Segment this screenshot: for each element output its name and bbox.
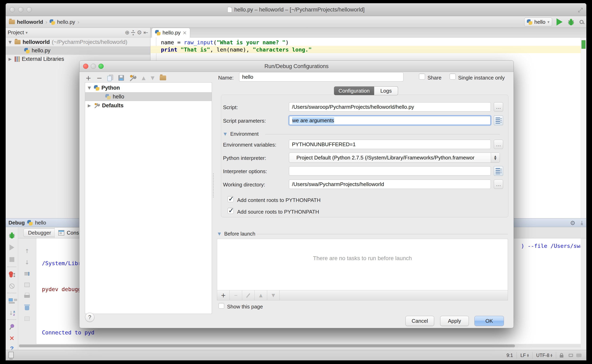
single-instance-checkbox[interactable]: [450, 73, 456, 79]
triangle-down-icon[interactable]: ▼: [87, 85, 92, 90]
scrollbar-thumb[interactable]: [19, 344, 515, 347]
dialog-splitter[interactable]: [213, 173, 214, 197]
tree-item-hello-config[interactable]: hello: [85, 92, 212, 101]
resume-button[interactable]: [6, 243, 18, 252]
run-button[interactable]: [557, 18, 563, 26]
triangle-right-icon[interactable]: ▶: [87, 103, 92, 108]
script-browse-button[interactable]: …: [494, 102, 503, 111]
hide-panel-icon[interactable]: ⤓: [581, 220, 583, 226]
caret-position-widget[interactable]: 9:1: [503, 352, 517, 359]
rerun-debug-button[interactable]: [6, 231, 18, 240]
script-parameters-input[interactable]: we are arguments: [289, 116, 491, 125]
move-down-button[interactable]: ▼: [151, 75, 154, 81]
hector-inspector-widget[interactable]: [567, 352, 575, 359]
add-source-roots-checkbox[interactable]: [228, 208, 234, 214]
window-titlebar[interactable]: hello.py – helloworld – [~/PycharmProjec…: [6, 3, 586, 16]
move-task-down-button[interactable]: ▼: [267, 290, 280, 300]
add-content-roots-checkbox[interactable]: [228, 196, 234, 202]
code-line-2[interactable]: print "That is", len(name), "characters …: [150, 46, 581, 53]
project-panel-title[interactable]: Project: [8, 29, 24, 36]
close-session-button[interactable]: ×: [6, 333, 18, 343]
expand-parameters-button[interactable]: [494, 116, 503, 125]
gear-icon[interactable]: ⚙: [570, 220, 575, 227]
add-configuration-button[interactable]: +: [86, 74, 91, 82]
collapse-all-icon[interactable]: ▾▴: [131, 30, 135, 35]
chevron-down-icon[interactable]: ▾: [26, 30, 28, 35]
sort-alphabetically-button[interactable]: ↓az: [6, 308, 18, 318]
interpreter-options-input[interactable]: [289, 166, 491, 176]
collapse-section-icon[interactable]: ▼: [224, 131, 227, 136]
remove-task-button[interactable]: −: [230, 290, 242, 300]
tree-item-project-root[interactable]: ▼ helloworld (~/PycharmProjects/hellowor…: [6, 38, 150, 46]
breadcrumb-file[interactable]: hello.py: [57, 19, 75, 25]
tab-hello-py[interactable]: hello.py ×: [152, 28, 190, 38]
tree-item-python-group[interactable]: ▼ Python: [85, 83, 212, 92]
move-task-up-button[interactable]: ▲: [255, 290, 267, 300]
environment-variables-browse-button[interactable]: …: [494, 140, 503, 149]
gear-icon[interactable]: ⚙: [137, 29, 142, 36]
before-launch-label: Before launch: [224, 231, 255, 237]
console-horizontal-scrollbar[interactable]: [18, 344, 581, 347]
edit-defaults-button[interactable]: [129, 74, 136, 82]
script-input[interactable]: /Users/swaroop/PycharmProjects/helloworl…: [289, 102, 491, 111]
down-stack-icon[interactable]: ↓: [18, 258, 36, 267]
close-tab-icon[interactable]: ×: [183, 30, 187, 36]
tree-item-hello-py[interactable]: hello.py: [6, 46, 150, 55]
working-directory-browse-button[interactable]: …: [494, 180, 503, 189]
python-interpreter-select[interactable]: Project Default (Python 2.7.5 (/System/L…: [289, 153, 500, 163]
tab-logs[interactable]: Logs: [374, 86, 398, 95]
triangle-right-icon[interactable]: ▶: [8, 57, 13, 61]
show-this-page-checkbox[interactable]: [219, 303, 224, 309]
soft-wrap-icon[interactable]: [18, 280, 36, 290]
save-configuration-button[interactable]: [118, 75, 124, 81]
tab-configuration[interactable]: Configuration: [334, 86, 374, 95]
triangle-down-icon[interactable]: ▼: [8, 40, 13, 45]
move-up-button[interactable]: ▲: [142, 75, 145, 81]
clear-console-icon[interactable]: [18, 303, 36, 312]
name-input[interactable]: hello: [239, 72, 404, 82]
tree-item-defaults[interactable]: ▶ Defaults: [85, 101, 212, 110]
ok-button[interactable]: OK: [474, 316, 504, 326]
mute-breakpoints-button[interactable]: [6, 281, 18, 291]
empty-tasks-message: There are no tasks to run before launch: [217, 255, 508, 261]
copy-configuration-button[interactable]: [108, 75, 113, 81]
edit-task-button[interactable]: [242, 290, 255, 300]
before-launch-task-list[interactable]: There are no tasks to run before launch: [217, 239, 508, 290]
restore-layout-button[interactable]: [6, 296, 18, 306]
cancel-button[interactable]: Cancel: [405, 316, 434, 326]
console-settings-icon[interactable]: [18, 269, 36, 278]
view-breakpoints-button[interactable]: [6, 270, 18, 279]
dock-pin-icon[interactable]: ⇤: [144, 29, 148, 36]
pin-tab-button[interactable]: [6, 323, 18, 332]
dialog-help-button[interactable]: ?: [85, 313, 94, 322]
dialog-titlebar[interactable]: Run/Debug Configurations: [80, 61, 514, 72]
event-log-widget[interactable]: [575, 352, 583, 359]
scroll-to-end-icon[interactable]: [18, 314, 36, 323]
search-everywhere-icon[interactable]: [579, 20, 584, 24]
debug-button[interactable]: [567, 18, 575, 26]
code-line-1[interactable]: name = raw_input("What is your name? "): [150, 39, 581, 46]
print-icon[interactable]: [18, 292, 36, 301]
working-directory-input[interactable]: /Users/swa/PycharmProjects/helloworld: [289, 180, 491, 189]
tab-debugger[interactable]: Debugger: [23, 228, 56, 237]
encoding-widget[interactable]: UTF-8 ▲▼: [532, 352, 556, 359]
up-stack-icon[interactable]: ↑: [18, 247, 36, 256]
readonly-lock-widget[interactable]: [556, 352, 567, 359]
environment-variables-input[interactable]: PYTHONUNBUFFERED=1: [289, 140, 491, 149]
run-configuration-select[interactable]: hello ▾: [524, 18, 552, 26]
create-folder-button[interactable]: [160, 76, 166, 80]
inspection-ok-marker[interactable]: [582, 40, 585, 49]
line-ending-widget[interactable]: LF ▲▼: [517, 352, 532, 359]
error-stripe[interactable]: [581, 38, 586, 218]
expand-options-button[interactable]: [494, 166, 503, 176]
apply-button[interactable]: Apply: [440, 316, 469, 326]
collapse-section-icon[interactable]: ▼: [218, 231, 221, 236]
toolwindow-toggle-icon[interactable]: [8, 352, 14, 358]
share-checkbox[interactable]: [419, 73, 425, 79]
locate-file-icon[interactable]: ⊕: [125, 29, 129, 36]
fullscreen-icon[interactable]: ⤢: [578, 6, 583, 14]
add-task-button[interactable]: +: [217, 290, 230, 300]
breadcrumb-project[interactable]: helloworld: [17, 19, 43, 25]
stop-button[interactable]: [6, 255, 18, 264]
remove-configuration-button[interactable]: −: [97, 74, 102, 82]
